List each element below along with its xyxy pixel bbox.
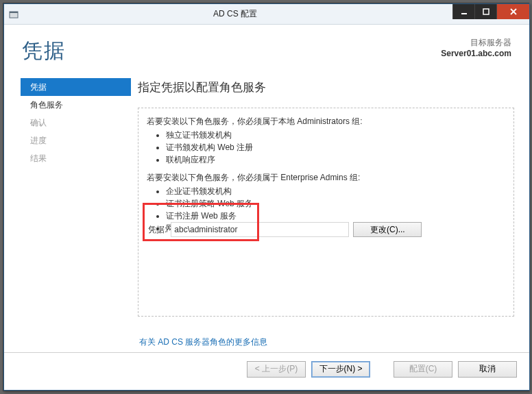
close-button[interactable] bbox=[496, 4, 529, 19]
prev-button: < 上一步(P) bbox=[247, 361, 306, 378]
svg-rect-3 bbox=[483, 9, 489, 14]
section2-intro: 若要安装以下角色服务，你必须属于 Enterprise Admins 组: bbox=[147, 171, 505, 184]
cancel-button[interactable]: 取消 bbox=[458, 361, 517, 378]
app-icon bbox=[8, 9, 19, 20]
more-info-link[interactable]: 有关 AD CS 服务器角色的更多信息 bbox=[138, 331, 514, 352]
target-server-box: 目标服务器 Server01.abc.com bbox=[441, 37, 511, 78]
maximize-button[interactable] bbox=[474, 4, 496, 19]
section1-list: 独立证书颁发机构 证书颁发机构 Web 注册 联机响应程序 bbox=[166, 129, 505, 166]
titlebar: AD CS 配置 bbox=[4, 4, 529, 25]
sidebar-item-confirm[interactable]: 确认 bbox=[21, 114, 131, 132]
sidebar-item-results[interactable]: 结果 bbox=[21, 149, 131, 167]
configure-button: 配置(C) bbox=[394, 361, 452, 378]
credentials-input[interactable] bbox=[171, 222, 349, 237]
info-panel: 若要安装以下角色服务，你必须属于本地 Administrators 组: 独立证… bbox=[138, 108, 514, 317]
list-item: 联机响应程序 bbox=[166, 153, 505, 166]
sidebar-item-credentials[interactable]: 凭据 bbox=[21, 78, 131, 96]
credentials-row: 凭据: 更改(C)... bbox=[138, 218, 513, 241]
wizard-window: AD CS 配置 凭据 目标服务器 Server01.abc.com 凭据 角色… bbox=[3, 3, 530, 391]
list-item: 企业证书颁发机构 bbox=[166, 185, 505, 197]
target-server-host: Server01.abc.com bbox=[441, 49, 511, 58]
header: 凭据 目标服务器 Server01.abc.com bbox=[4, 25, 529, 78]
change-credentials-button[interactable]: 更改(C)... bbox=[353, 222, 422, 237]
list-item: 证书颁发机构 Web 注册 bbox=[166, 141, 505, 153]
section1-intro: 若要安装以下角色服务，你必须属于本地 Administrators 组: bbox=[147, 115, 505, 127]
sidebar-item-progress[interactable]: 进度 bbox=[21, 132, 131, 149]
footer: < 上一步(P) 下一步(N) > 配置(C) 取消 bbox=[4, 352, 529, 385]
list-item: 独立证书颁发机构 bbox=[166, 129, 505, 141]
credentials-label: 凭据: bbox=[148, 223, 167, 236]
target-server-label: 目标服务器 bbox=[441, 37, 511, 49]
content-heading: 指定凭据以配置角色服务 bbox=[138, 79, 514, 95]
list-item: 证书注册策略 Web 服务 bbox=[166, 197, 505, 210]
content-pane: 指定凭据以配置角色服务 若要安装以下角色服务，你必须属于本地 Administr… bbox=[131, 78, 529, 352]
minimize-button[interactable] bbox=[452, 4, 474, 19]
sidebar: 凭据 角色服务 确认 进度 结果 bbox=[4, 78, 131, 352]
sidebar-item-role-services[interactable]: 角色服务 bbox=[21, 96, 131, 114]
page-title: 凭据 bbox=[22, 37, 66, 78]
svg-rect-1 bbox=[10, 12, 18, 13]
next-button[interactable]: 下一步(N) > bbox=[311, 361, 370, 378]
